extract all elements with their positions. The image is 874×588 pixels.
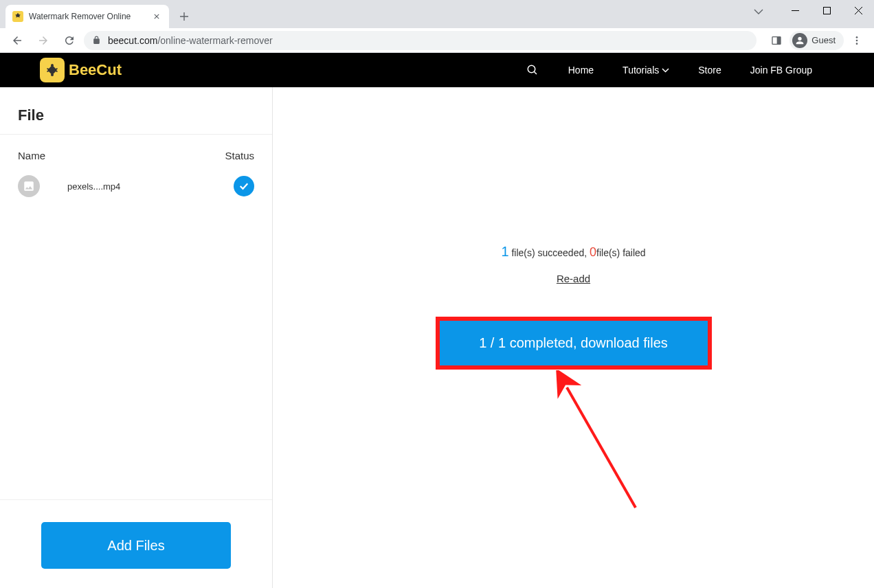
add-files-section: Add Files [0,499,272,569]
readd-link-wrap: Re-add [273,273,874,285]
side-panel-icon[interactable] [765,31,788,50]
close-tab-icon[interactable] [151,11,162,22]
add-files-button[interactable]: Add Files [41,522,231,569]
reload-button[interactable] [58,31,81,50]
browser-tab-strip: Watermark Remover Online [0,0,874,28]
svg-line-8 [567,387,636,508]
logo-icon [40,58,65,82]
minimize-button[interactable] [779,0,811,21]
menu-button[interactable] [845,31,869,50]
search-icon[interactable] [526,63,539,77]
annotation-arrow-icon [546,370,656,521]
window-controls [779,0,874,21]
maximize-button[interactable] [811,0,842,21]
chevron-down-icon [662,68,669,73]
svg-rect-0 [792,10,799,11]
svg-point-6 [856,43,858,45]
file-name: pexels....mp4 [40,181,213,192]
download-button[interactable]: 1 / 1 completed, download files [440,321,708,365]
favicon-icon [12,11,23,22]
brand-name: BeeCut [69,61,122,79]
svg-rect-1 [823,7,830,14]
svg-rect-3 [777,36,781,44]
nav-store[interactable]: Store [698,65,721,76]
download-highlight: 1 / 1 completed, download files [436,317,712,370]
readd-link[interactable]: Re-add [557,273,590,284]
close-window-button[interactable] [842,0,874,21]
svg-point-5 [856,39,858,41]
back-button[interactable] [5,31,29,50]
col-name: Name [18,150,213,161]
lock-icon [92,36,101,45]
new-tab-button[interactable] [175,7,194,26]
check-icon [234,176,254,196]
nav-home[interactable]: Home [568,65,594,76]
profile-button[interactable]: Guest [789,31,844,50]
main-nav: Home Tutorials Store Join FB Group [526,63,812,77]
col-status: Status [213,150,254,161]
address-bar[interactable]: beecut.com/online-watermark-remover [84,31,757,50]
browser-toolbar: beecut.com/online-watermark-remover Gues… [0,28,874,53]
forward-button[interactable] [32,31,55,50]
failed-count: 0 [590,245,596,259]
nav-tutorials[interactable]: Tutorials [623,65,669,76]
file-status [213,176,254,196]
brand-logo[interactable]: BeeCut [40,58,122,82]
file-thumb-icon [18,175,40,197]
url-text: beecut.com/online-watermark-remover [108,35,273,46]
sidebar-title: File [0,87,272,135]
content-area: File Name Status pexels....mp4 Add Files… [0,87,874,588]
profile-label: Guest [811,35,836,45]
browser-tab[interactable]: Watermark Remover Online [5,5,169,28]
status-text: 1 file(s) succeeded, 0file(s) failed [273,244,874,260]
tab-search-icon[interactable] [749,4,768,19]
site-header: BeeCut Home Tutorials Store Join FB Grou… [0,53,874,87]
succeeded-count: 1 [501,244,508,259]
svg-point-4 [856,36,858,38]
table-row[interactable]: pexels....mp4 [0,168,272,204]
svg-point-7 [528,65,535,73]
nav-fbgroup[interactable]: Join FB Group [750,65,812,76]
file-table-header: Name Status [0,135,272,168]
avatar-icon [792,33,807,48]
file-sidebar: File Name Status pexels....mp4 Add Files [0,87,273,588]
main-panel: 1 file(s) succeeded, 0file(s) failed Re-… [273,87,874,588]
tab-title: Watermark Remover Online [29,12,146,21]
